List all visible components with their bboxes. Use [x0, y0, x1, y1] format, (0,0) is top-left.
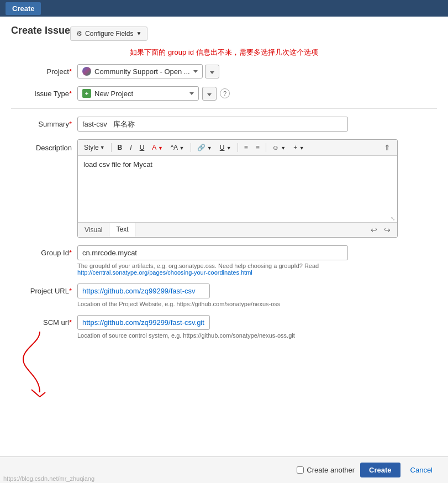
editor-controls-right: ↩ ↪: [368, 224, 397, 235]
italic-button[interactable]: I: [127, 143, 134, 153]
svg-line-0: [31, 390, 40, 397]
scm-url-input[interactable]: [77, 315, 210, 330]
editor-content-wrapper: load csv file for Mycat ⤡: [78, 156, 397, 222]
cancel-button[interactable]: Cancel: [406, 463, 437, 477]
svg-line-1: [40, 392, 45, 397]
emoji-button[interactable]: ☺ ▼: [270, 143, 289, 153]
top-create-button[interactable]: Create: [6, 2, 41, 15]
style-dropdown[interactable]: Style ▼: [81, 143, 108, 153]
toolbar-sep-1: [111, 143, 112, 152]
issue-type-arrow: [189, 92, 194, 95]
toolbar-sep-2: [191, 143, 191, 152]
help-icon[interactable]: ?: [220, 88, 230, 98]
description-content: Style ▼ B I U A ▼ ᴬA ▼: [77, 139, 437, 238]
warning-message: 如果下面的 group id 信息出不来，需要多选择几次这个选项: [11, 48, 437, 57]
top-bar: Create: [0, 0, 448, 17]
text-color-button[interactable]: A ▼: [149, 143, 166, 153]
new-project-icon: +: [82, 89, 91, 98]
page-container: Create Issue ⚙ Configure Fields ▼ 如果下面的 …: [0, 17, 448, 388]
summary-input[interactable]: [77, 117, 348, 132]
font-size-button[interactable]: ᴬA ▼: [168, 143, 187, 153]
summary-row: Summary*: [11, 117, 437, 132]
collapse-button[interactable]: ⇑: [381, 142, 394, 153]
redo-button[interactable]: ↪: [382, 224, 393, 235]
link-button[interactable]: 🔗 ▼: [194, 143, 215, 153]
chevron-down-icon: [210, 71, 214, 74]
project-field-content: Community Support - Open ...: [77, 64, 437, 78]
create-another-label[interactable]: Create another: [297, 466, 355, 474]
chevron-down-icon: ▼: [158, 145, 163, 151]
project-url-row: Project URL* Location of the Project Web…: [11, 284, 437, 307]
group-id-hint: The groupId of your artifacts, e.g. org.…: [77, 262, 348, 276]
scm-url-label: SCM url*: [11, 315, 77, 327]
project-url-hint: Location of the Project Website, e.g. ht…: [77, 301, 348, 307]
issue-type-value: New Project: [94, 90, 133, 98]
unordered-list-button[interactable]: ≡: [241, 143, 251, 153]
summary-content: [77, 117, 437, 132]
project-url-input[interactable]: [77, 284, 210, 298]
group-id-hint-link[interactable]: http://central.sonatype.org/pages/choosi…: [77, 269, 252, 276]
project-dropdown-btn[interactable]: [205, 65, 219, 78]
configure-fields-button[interactable]: ⚙ Configure Fields ▼: [70, 27, 147, 41]
chevron-down-icon: ▼: [226, 145, 231, 151]
editor-toolbar: Style ▼ B I U A ▼ ᴬA ▼: [78, 140, 397, 156]
project-label: Project*: [11, 64, 77, 76]
description-editor: Style ▼ B I U A ▼ ᴬA ▼: [77, 139, 398, 238]
editor-content[interactable]: load csv file for Mycat: [78, 156, 397, 222]
project-row: Project* Community Support - Open ...: [11, 64, 437, 78]
tab-text[interactable]: Text: [109, 223, 135, 237]
configure-fields-label: Configure Fields: [85, 30, 133, 38]
project-value: Community Support - Open ...: [94, 67, 190, 76]
scm-url-hint: Location of source control system, e.g. …: [77, 332, 348, 339]
issue-type-content: + New Project ?: [77, 86, 437, 101]
resize-handle[interactable]: ⤡: [391, 216, 396, 221]
gear-icon: ⚙: [76, 30, 82, 38]
issue-type-label: Issue Type*: [11, 86, 77, 98]
description-label: Description: [11, 139, 77, 152]
description-row: Description Style ▼ B I U A ▼: [11, 139, 437, 238]
editor-tabs: Visual Text ↩ ↪: [78, 222, 397, 237]
more-button[interactable]: + ▼: [291, 143, 307, 153]
project-dropdown-arrow: [193, 70, 198, 73]
create-another-checkbox[interactable]: [297, 466, 304, 474]
bold-button[interactable]: B: [115, 143, 125, 153]
group-id-row: Group Id* The groupId of your artifacts,…: [11, 245, 437, 276]
undo-button[interactable]: ↩: [368, 224, 380, 235]
chevron-down-icon: [207, 93, 212, 96]
create-button[interactable]: Create: [360, 463, 400, 477]
editor-text: load csv file for Mycat: [83, 160, 152, 169]
chevron-down-icon: ▼: [100, 145, 105, 150]
issue-type-dropdown-btn[interactable]: [202, 87, 217, 101]
scm-url-content: Location of source control system, e.g. …: [77, 315, 437, 339]
summary-label: Summary*: [11, 117, 77, 128]
page-title: Create Issue: [11, 25, 70, 36]
status-bar-hint: https://blog.csdn.net/mr_zhuqiang: [0, 474, 98, 483]
chevron-down-icon: ▼: [207, 145, 212, 151]
tab-visual[interactable]: Visual: [78, 223, 109, 237]
scm-url-row: SCM url* Location of source control syst…: [11, 315, 437, 339]
underline2-button[interactable]: U ▼: [217, 143, 234, 153]
group-id-input[interactable]: [77, 245, 348, 260]
project-url-content: Location of the Project Website, e.g. ht…: [77, 284, 437, 307]
chevron-down-icon: ▼: [281, 145, 286, 151]
chevron-down-icon: ▼: [180, 145, 185, 151]
underline-button[interactable]: U: [137, 143, 147, 153]
divider-1: [11, 108, 437, 109]
project-icon: [82, 67, 91, 76]
chevron-down-icon: ▼: [299, 145, 304, 151]
issue-type-row: Issue Type* + New Project ?: [11, 86, 437, 101]
project-select[interactable]: Community Support - Open ...: [77, 64, 203, 78]
project-url-label: Project URL*: [11, 284, 77, 295]
toolbar-sep-3: [238, 143, 238, 152]
group-id-content: The groupId of your artifacts, e.g. org.…: [77, 245, 437, 276]
toolbar-sep-4: [266, 143, 266, 152]
issue-type-select[interactable]: + New Project: [77, 86, 199, 101]
group-id-label: Group Id*: [11, 245, 77, 257]
chevron-down-icon: ▼: [136, 30, 141, 36]
ordered-list-button[interactable]: ≡: [253, 143, 262, 153]
